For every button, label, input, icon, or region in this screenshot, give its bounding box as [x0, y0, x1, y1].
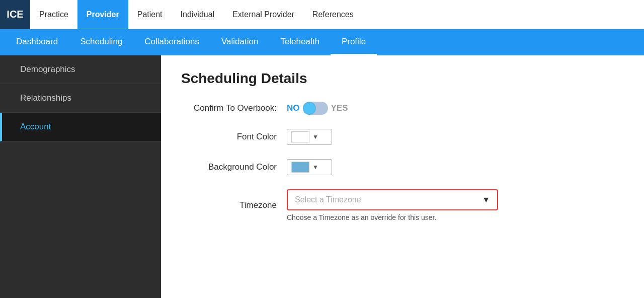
top-nav-patient[interactable]: Patient [128, 0, 172, 29]
top-nav-provider[interactable]: Provider [77, 0, 128, 29]
top-nav-individual[interactable]: Individual [172, 0, 224, 29]
page-title: Scheduling Details [181, 70, 624, 87]
overbook-toggle[interactable] [303, 102, 328, 115]
main-layout: Demographics Relationships Account Sched… [0, 55, 644, 298]
logo: ICE [0, 0, 30, 29]
sidebar-item-relationships[interactable]: Relationships [0, 84, 161, 113]
top-nav-external-provider[interactable]: External Provider [223, 0, 303, 29]
font-color-label: Font Color [181, 132, 287, 142]
font-color-swatch [291, 131, 309, 142]
timezone-dropdown-arrow: ▼ [482, 195, 490, 204]
sub-nav-scheduling[interactable]: Scheduling [69, 29, 133, 55]
background-color-row: Background Color ▼ [181, 159, 624, 175]
sidebar: Demographics Relationships Account [0, 55, 161, 298]
timezone-row: Timezone Select a Timezone ▼ Choose a Ti… [181, 189, 624, 221]
toggle-thumb [303, 102, 316, 115]
toggle-no-label: NO [287, 103, 300, 113]
confirm-overbook-row: Confirm To Overbook: NO YES [181, 102, 624, 115]
top-nav-references[interactable]: References [303, 0, 363, 29]
sub-nav-validation[interactable]: Validation [210, 29, 269, 55]
top-nav-bar: ICE Practice Provider Patient Individual… [0, 0, 644, 29]
font-color-dropdown-arrow: ▼ [312, 133, 318, 140]
timezone-label: Timezone [181, 200, 287, 210]
top-nav-items: Practice Provider Patient Individual Ext… [30, 0, 363, 29]
sub-nav-profile[interactable]: Profile [331, 29, 377, 55]
logo-text: ICE [7, 9, 23, 20]
timezone-select-wrapper: Select a Timezone ▼ Choose a Timezone as… [287, 189, 498, 221]
main-content: Scheduling Details Confirm To Overbook: … [161, 55, 644, 298]
sidebar-item-account[interactable]: Account [0, 113, 161, 141]
sub-nav-collaborations[interactable]: Collaborations [133, 29, 210, 55]
sidebar-item-demographics[interactable]: Demographics [0, 55, 161, 84]
timezone-placeholder: Select a Timezone [295, 195, 361, 204]
sub-nav-dashboard[interactable]: Dashboard [5, 29, 69, 55]
confirm-overbook-label: Confirm To Overbook: [181, 103, 287, 113]
font-color-row: Font Color ▼ [181, 129, 624, 145]
sub-nav-bar: Dashboard Scheduling Collaborations Vali… [0, 29, 644, 55]
timezone-hint: Choose a Timezone as an override for thi… [287, 213, 498, 221]
timezone-select[interactable]: Select a Timezone ▼ [287, 189, 498, 210]
top-nav-practice[interactable]: Practice [30, 0, 77, 29]
background-color-dropdown-arrow: ▼ [312, 164, 318, 171]
font-color-select[interactable]: ▼ [287, 129, 332, 145]
sub-nav-telehealth[interactable]: Telehealth [269, 29, 331, 55]
background-color-swatch [291, 162, 309, 173]
toggle-wrapper: NO YES [287, 102, 348, 115]
background-color-select[interactable]: ▼ [287, 159, 332, 175]
background-color-label: Background Color [181, 162, 287, 172]
toggle-yes-label: YES [331, 103, 348, 113]
